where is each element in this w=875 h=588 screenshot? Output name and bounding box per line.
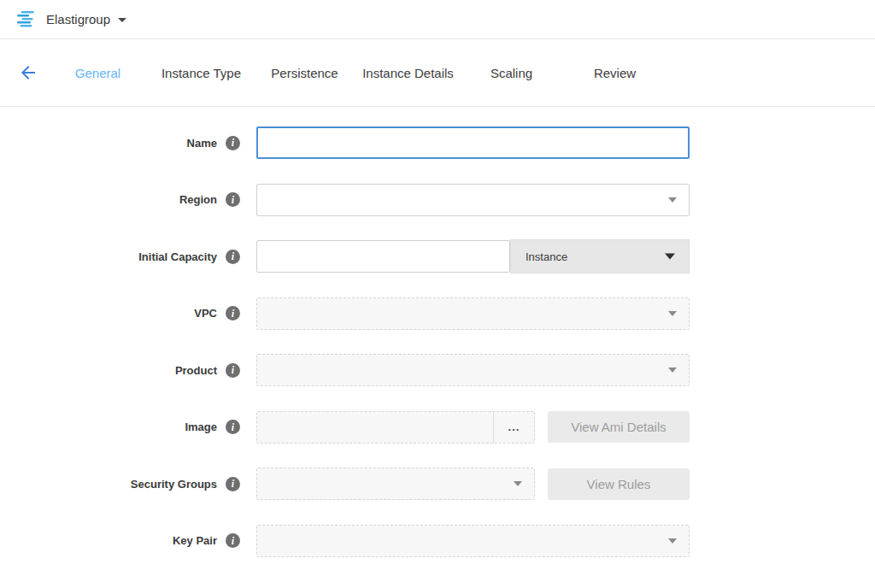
security-groups-select [256,467,535,500]
chevron-down-icon [665,254,675,260]
form-row-name: Name [0,126,875,159]
initial-capacity-input[interactable] [256,240,510,273]
tab-review[interactable]: Review [563,66,667,80]
image-info-icon[interactable] [226,420,240,434]
vpc-info-icon[interactable] [226,306,240,320]
product-label: Product [175,364,217,377]
image-field: ... [256,411,535,444]
chevron-down-icon [668,197,677,203]
image-browse-button[interactable]: ... [493,412,534,443]
key-pair-info-icon[interactable] [226,533,240,548]
chevron-down-icon [668,538,677,544]
app-menu-caret-icon[interactable] [118,18,126,22]
name-label: Name [187,137,217,150]
tab-scaling[interactable]: Scaling [460,66,563,80]
capacity-unit-value: Instance [526,250,567,263]
capacity-unit-select[interactable]: Instance [510,239,690,273]
name-input[interactable] [256,126,690,159]
arrow-back-icon [18,62,38,83]
form-row-vpc: VPC [0,297,875,330]
tab-general[interactable]: General [46,66,150,80]
form-row-initial-capacity: Initial Capacity Instance [0,240,875,273]
region-select[interactable] [256,184,690,216]
top-bar: Elastigroup [0,0,875,39]
key-pair-label: Key Pair [173,534,217,547]
form-row-key-pair: Key Pair [0,525,875,557]
product-select [256,354,690,386]
vpc-label: VPC [194,307,217,320]
form-row-region: Region [0,184,875,216]
back-button[interactable] [14,58,43,87]
key-pair-select [256,525,690,557]
product-info-icon[interactable] [226,363,240,378]
region-info-icon[interactable] [226,192,240,207]
vpc-select [256,297,690,330]
image-label: Image [185,420,217,433]
security-groups-info-icon[interactable] [226,477,240,491]
tabs: General Instance Type Persistence Instan… [46,66,667,80]
region-label: Region [179,193,217,206]
security-groups-label: Security Groups [131,478,217,491]
name-info-icon[interactable] [226,136,240,150]
tab-persistence[interactable]: Persistence [253,66,356,80]
chevron-down-icon [668,368,677,373]
initial-capacity-info-icon[interactable] [226,250,240,264]
chevron-down-icon [514,481,522,486]
tab-instance-details[interactable]: Instance Details [356,66,460,80]
view-rules-button[interactable]: View Rules [548,468,690,500]
wizard-tab-bar: General Instance Type Persistence Instan… [0,39,875,107]
general-form: Name Region Initial Capacity [0,107,875,557]
image-input [257,412,493,443]
app-title: Elastigroup [46,12,110,26]
form-row-image: Image ... View Ami Details [0,411,875,444]
initial-capacity-label: Initial Capacity [138,250,217,263]
chevron-down-icon [668,311,677,316]
view-ami-details-button[interactable]: View Ami Details [548,411,690,443]
tab-instance-type[interactable]: Instance Type [150,66,253,80]
form-row-security-groups: Security Groups View Rules [0,467,875,500]
form-row-product: Product [0,354,875,386]
page: Elastigroup General Instance Type Persis… [0,0,875,588]
elastigroup-logo-icon [14,10,38,29]
